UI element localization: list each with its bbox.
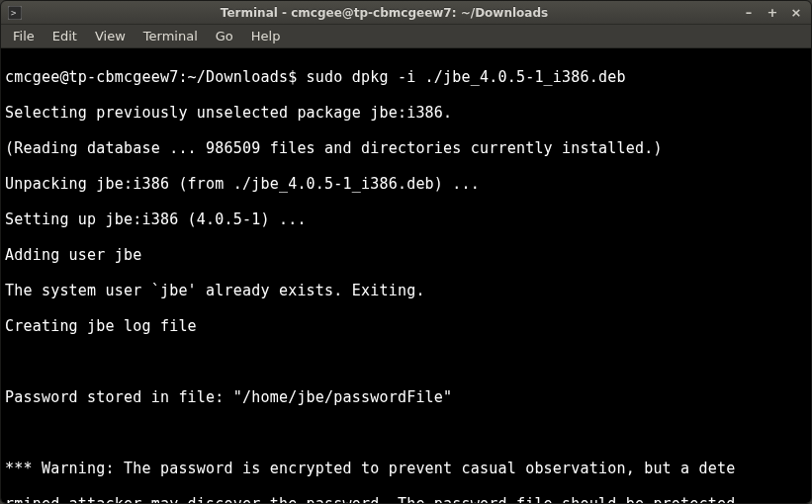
- menu-edit[interactable]: Edit: [45, 27, 85, 45]
- terminal-line: *** Warning: The password is encrypted t…: [5, 460, 807, 477]
- menu-terminal[interactable]: Terminal: [135, 27, 206, 45]
- terminal-line: The system user `jbe' already exists. Ex…: [5, 282, 807, 299]
- svg-text:>: >: [11, 8, 17, 18]
- terminal-output[interactable]: cmcgee@tp-cbmcgeew7:~/Downloads$ sudo dp…: [1, 48, 811, 503]
- terminal-line: Creating jbe log file: [5, 317, 807, 335]
- titlebar: > Terminal - cmcgee@tp-cbmcgeew7: ~/Down…: [1, 1, 811, 25]
- menu-help[interactable]: Help: [243, 27, 289, 45]
- menu-file[interactable]: File: [5, 27, 43, 45]
- window-title: Terminal - cmcgee@tp-cbmcgeew7: ~/Downlo…: [29, 6, 740, 20]
- minimize-button[interactable]: –: [740, 5, 758, 21]
- maximize-button[interactable]: +: [764, 5, 781, 21]
- terminal-line: Selecting previously unselected package …: [5, 104, 807, 122]
- terminal-line: rmined attacker may discover the passwor…: [5, 495, 807, 503]
- terminal-app-icon: >: [7, 5, 23, 21]
- menu-go[interactable]: Go: [208, 27, 241, 45]
- menubar: File Edit View Terminal Go Help: [1, 25, 811, 48]
- terminal-line: Setting up jbe:i386 (4.0.5-1) ...: [5, 210, 807, 228]
- window-controls: – + ×: [740, 5, 805, 21]
- terminal-line: Password stored in file: "/home/jbe/pass…: [5, 388, 807, 406]
- terminal-line: (Reading database ... 986509 files and d…: [5, 139, 807, 157]
- terminal-line: Adding user jbe: [5, 246, 807, 264]
- menu-view[interactable]: View: [87, 27, 134, 45]
- terminal-line: cmcgee@tp-cbmcgeew7:~/Downloads$ sudo dp…: [5, 68, 807, 86]
- terminal-line: Unpacking jbe:i386 (from ./jbe_4.0.5-1_i…: [5, 175, 807, 193]
- close-button[interactable]: ×: [787, 5, 805, 21]
